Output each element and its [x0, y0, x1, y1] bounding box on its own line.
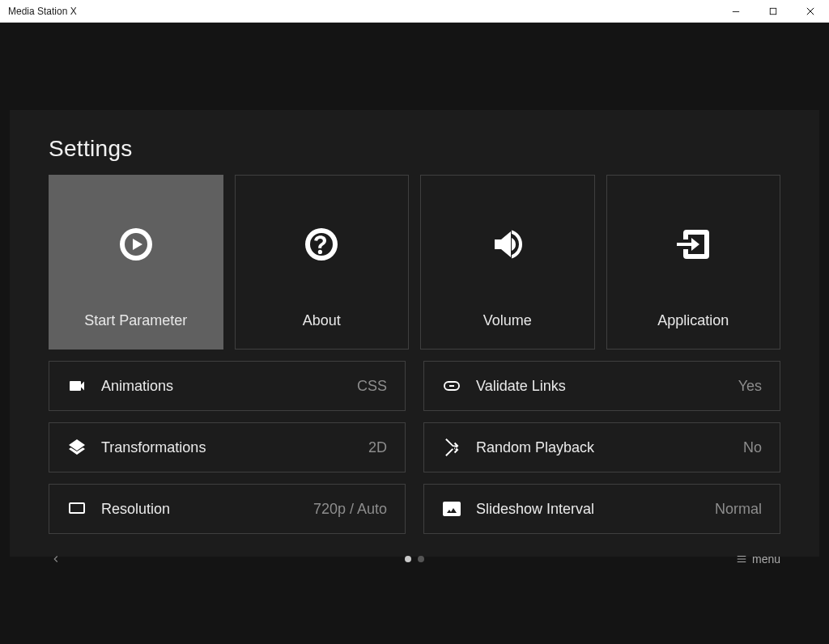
minimize-icon [732, 7, 740, 15]
shuffle-icon [442, 438, 461, 457]
option-random-playback[interactable]: Random Playback No [423, 422, 780, 472]
tile-label: Application [657, 312, 729, 329]
option-value: Yes [738, 378, 762, 395]
window-close-button[interactable] [792, 0, 829, 22]
panel-footer: menu [49, 552, 780, 566]
tile-label: Start Parameter [84, 312, 187, 329]
app-body: Settings Start Parameter About Volume [0, 23, 829, 644]
option-value: Normal [715, 501, 762, 518]
option-label: Animations [101, 378, 173, 395]
exit-icon [607, 176, 780, 313]
pager-dot-2[interactable] [418, 556, 424, 562]
page-prev-button[interactable] [49, 552, 63, 566]
tile-volume[interactable]: Volume [420, 175, 595, 350]
window-minimize-button[interactable] [717, 0, 755, 22]
option-label: Validate Links [476, 378, 566, 395]
window-titlebar: Media Station X [0, 0, 829, 23]
option-transformations[interactable]: Transformations 2D [49, 422, 406, 472]
option-value: 720p / Auto [313, 501, 387, 518]
link-icon [442, 376, 461, 396]
image-icon [442, 499, 461, 519]
videocam-icon [67, 376, 87, 396]
option-value: CSS [357, 378, 387, 395]
option-animations[interactable]: Animations CSS [49, 361, 406, 411]
tile-label: About [303, 312, 341, 329]
pager-dots [405, 556, 424, 562]
page-title: Settings [49, 136, 780, 162]
svg-rect-0 [733, 11, 739, 12]
help-circle-icon [236, 176, 409, 313]
option-value: 2D [368, 439, 387, 456]
option-label: Transformations [101, 439, 206, 456]
settings-options-grid: Animations CSS Validate Links Yes Transf… [49, 361, 780, 534]
monitor-icon [67, 499, 87, 519]
play-circle-icon [49, 176, 223, 313]
settings-panel: Settings Start Parameter About Volume [10, 110, 819, 557]
option-value: No [743, 439, 762, 456]
tile-application[interactable]: Application [606, 175, 781, 350]
option-validate-links[interactable]: Validate Links Yes [423, 361, 780, 411]
svg-rect-1 [770, 8, 776, 15]
window-maximize-button[interactable] [755, 0, 792, 22]
settings-tile-row: Start Parameter About Volume Application [49, 175, 780, 350]
tile-label: Volume [483, 312, 532, 329]
tile-start-parameter[interactable]: Start Parameter [49, 175, 223, 350]
maximize-icon [769, 7, 777, 15]
menu-button[interactable]: menu [736, 553, 780, 566]
tile-about[interactable]: About [235, 175, 410, 350]
close-icon [806, 7, 814, 15]
chevron-left-icon [50, 553, 62, 565]
menu-label: menu [752, 553, 780, 566]
pager-dot-1[interactable] [405, 556, 411, 562]
speaker-icon [421, 176, 594, 313]
option-slideshow-interval[interactable]: Slideshow Interval Normal [423, 484, 780, 534]
option-resolution[interactable]: Resolution 720p / Auto [49, 484, 406, 534]
layers-icon [67, 438, 87, 457]
option-label: Resolution [101, 501, 170, 518]
option-label: Random Playback [476, 439, 594, 456]
option-label: Slideshow Interval [476, 501, 594, 518]
window-controls [717, 0, 829, 22]
window-title: Media Station X [8, 6, 77, 17]
menu-icon [736, 553, 747, 565]
